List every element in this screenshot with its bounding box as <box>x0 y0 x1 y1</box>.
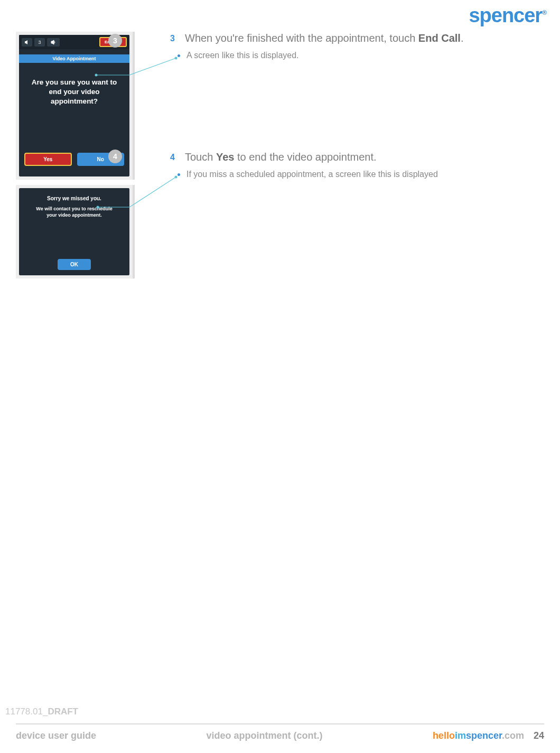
footer-url: helloimspencer.com <box>433 730 524 741</box>
callout-badge-3: 3 <box>108 34 122 48</box>
step-4-number: 4 <box>170 151 178 162</box>
draft-stamp: 11778.01_DRAFT <box>5 706 78 717</box>
draft-post: DRAFT <box>48 706 78 717</box>
callout-badge-4: 4 <box>108 150 122 163</box>
ok-button: OK <box>58 259 91 270</box>
missed-title: Sorry we missed you. <box>19 196 129 201</box>
mic-icon <box>47 38 60 47</box>
step-3-bold: End Call <box>418 32 461 44</box>
bullet-icon <box>178 54 180 57</box>
step-3: 3 When you're finished with the appointm… <box>170 32 544 44</box>
bullet-icon <box>178 173 180 176</box>
brand-text: spencer <box>469 4 542 26</box>
missed-body: We will contact you to reschedule your v… <box>19 206 129 218</box>
url-sp: spencer <box>466 730 502 741</box>
sub-4: If you miss a scheduled appointment, a s… <box>178 170 544 179</box>
brand-logo: spencer® <box>469 4 546 27</box>
participant-count: 3 <box>34 38 45 47</box>
step-3-number: 3 <box>170 32 178 43</box>
step-3-post: . <box>461 32 464 44</box>
step-4-post: to end the video appointment. <box>234 151 376 163</box>
footer-center: video appointment (cont.) <box>206 730 322 741</box>
yes-button: Yes <box>24 153 72 166</box>
screenshot-2: Sorry we missed you. We will contact you… <box>19 188 129 275</box>
sub-4-text: If you miss a scheduled appointment, a s… <box>186 170 438 179</box>
video-appointment-banner: Video Appointment <box>19 54 129 63</box>
screenshot-2-wrap: Sorry we missed you. We will contact you… <box>16 185 135 278</box>
step-3-text: When you're finished with the appointmen… <box>185 32 463 44</box>
speaker-icon <box>22 38 32 47</box>
page-number: 24 <box>534 730 544 741</box>
draft-pre: 11778.01_ <box>5 706 48 717</box>
step-4: 4 Touch Yes to end the video appointment… <box>170 151 544 163</box>
registered-mark: ® <box>542 9 546 16</box>
page-footer: device user guide video appointment (con… <box>16 730 544 741</box>
step-3-pre: When you're finished with the appointmen… <box>185 32 418 44</box>
url-hello: hello <box>433 730 455 741</box>
footer-left: device user guide <box>16 730 96 741</box>
confirm-question: Are you sure you want to end your video … <box>19 63 129 118</box>
step-4-pre: Touch <box>185 151 216 163</box>
url-im: im <box>455 730 466 741</box>
footer-divider <box>16 723 544 724</box>
sub-3: A screen like this is displayed. <box>178 51 544 60</box>
step-4-bold: Yes <box>216 151 234 163</box>
step-4-text: Touch Yes to end the video appointment. <box>185 151 377 163</box>
url-dot: .com <box>502 730 524 741</box>
sub-3-text: A screen like this is displayed. <box>186 51 299 60</box>
count-text: 3 <box>38 40 41 45</box>
